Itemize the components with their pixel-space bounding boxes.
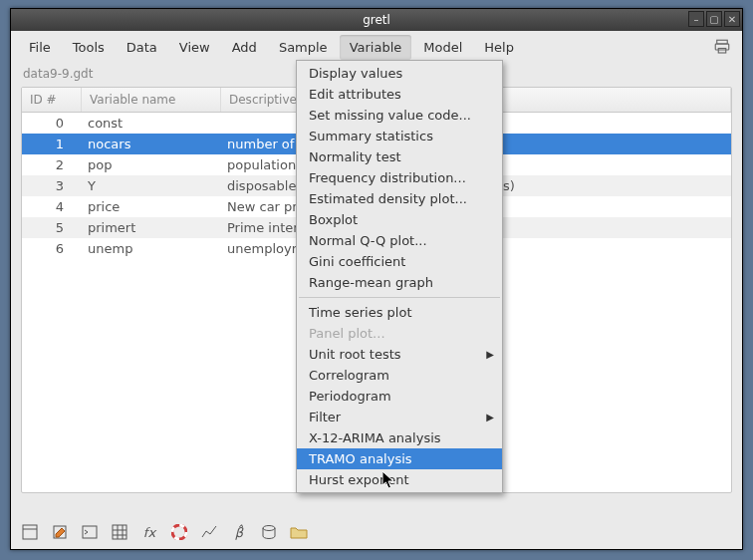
window-title: gretl bbox=[363, 13, 390, 27]
svg-rect-7 bbox=[113, 525, 126, 539]
col-name[interactable]: Variable name bbox=[82, 88, 221, 112]
cell-id: 3 bbox=[22, 178, 82, 193]
menubar: FileToolsDataViewAddSampleVariableModelH… bbox=[11, 31, 742, 63]
menu-item-edit-attributes[interactable]: Edit attributes bbox=[297, 84, 502, 105]
menu-item-range-mean-graph[interactable]: Range-mean graph bbox=[297, 272, 502, 293]
menu-sample[interactable]: Sample bbox=[269, 35, 338, 60]
menu-item-periodogram[interactable]: Periodogram bbox=[297, 386, 502, 407]
bottom-toolbar: fxβ̂ bbox=[21, 523, 308, 541]
terminal-icon[interactable] bbox=[81, 523, 99, 541]
menu-add[interactable]: Add bbox=[222, 35, 267, 60]
edit-icon[interactable] bbox=[51, 523, 69, 541]
menu-data[interactable]: Data bbox=[117, 35, 167, 60]
titlebar: gretl – ▢ ✕ bbox=[11, 9, 742, 31]
chart-icon[interactable] bbox=[200, 523, 218, 541]
cell-name: primert bbox=[82, 220, 221, 235]
cell-id: 4 bbox=[22, 199, 82, 214]
svg-point-14 bbox=[263, 526, 275, 531]
cell-name: price bbox=[82, 199, 221, 214]
fx-icon[interactable]: fx bbox=[140, 523, 158, 541]
menu-item-estimated-density-plot[interactable]: Estimated density plot... bbox=[297, 188, 502, 209]
minimize-button[interactable]: – bbox=[688, 11, 704, 27]
calculator-icon[interactable] bbox=[21, 523, 39, 541]
folder-icon[interactable] bbox=[290, 523, 308, 541]
menu-item-filter[interactable]: Filter▶ bbox=[297, 407, 502, 427]
cell-name: unemp bbox=[82, 241, 221, 256]
menu-item-normal-q-q-plot[interactable]: Normal Q-Q plot... bbox=[297, 230, 502, 251]
menu-item-summary-statistics[interactable]: Summary statistics bbox=[297, 126, 502, 146]
menu-item-panel-plot: Panel plot... bbox=[297, 323, 502, 344]
menu-item-gini-coefficient[interactable]: Gini coefficient bbox=[297, 251, 502, 272]
menu-item-time-series-plot[interactable]: Time series plot bbox=[297, 302, 502, 323]
cell-id: 0 bbox=[22, 116, 82, 131]
menu-model[interactable]: Model bbox=[413, 35, 472, 60]
lifebuoy-icon[interactable] bbox=[170, 523, 188, 541]
menu-item-boxplot[interactable]: Boxplot bbox=[297, 209, 502, 230]
menu-item-hurst-exponent[interactable]: Hurst exponent bbox=[297, 469, 502, 490]
menu-tools[interactable]: Tools bbox=[63, 35, 115, 60]
col-id[interactable]: ID # bbox=[22, 88, 82, 112]
menu-file[interactable]: File bbox=[19, 35, 61, 60]
cell-name: Y bbox=[82, 178, 221, 193]
cell-id: 6 bbox=[22, 241, 82, 256]
menu-help[interactable]: Help bbox=[474, 35, 524, 60]
submenu-arrow-icon: ▶ bbox=[486, 412, 494, 422]
svg-rect-1 bbox=[715, 44, 729, 50]
svg-rect-3 bbox=[23, 525, 37, 539]
menu-item-tramo-analysis[interactable]: TRAMO analysis bbox=[297, 448, 502, 469]
cell-name: pop bbox=[82, 157, 221, 172]
grid-icon[interactable] bbox=[111, 523, 128, 541]
cell-name: const bbox=[82, 116, 221, 131]
menu-item-normality-test[interactable]: Normality test bbox=[297, 146, 502, 167]
cell-id: 5 bbox=[22, 220, 82, 235]
close-button[interactable]: ✕ bbox=[724, 11, 740, 27]
menu-item-display-values[interactable]: Display values bbox=[297, 63, 502, 84]
cell-id: 1 bbox=[22, 137, 82, 151]
svg-point-12 bbox=[172, 525, 186, 539]
menu-item-frequency-distribution[interactable]: Frequency distribution... bbox=[297, 167, 502, 188]
cell-id: 2 bbox=[22, 157, 82, 172]
beta-icon[interactable]: β̂ bbox=[230, 523, 248, 541]
database-icon[interactable] bbox=[260, 523, 278, 541]
submenu-arrow-icon: ▶ bbox=[486, 349, 494, 360]
variable-menu-dropdown: Display valuesEdit attributesSet missing… bbox=[296, 60, 503, 493]
menu-item-x-12-arima-analysis[interactable]: X-12-ARIMA analysis bbox=[297, 427, 502, 448]
menu-variable[interactable]: Variable bbox=[340, 35, 412, 60]
print-icon[interactable] bbox=[712, 38, 734, 56]
svg-rect-2 bbox=[718, 49, 726, 54]
svg-rect-6 bbox=[83, 526, 97, 538]
cell-name: nocars bbox=[82, 137, 221, 151]
menu-item-unit-root-tests[interactable]: Unit root tests▶ bbox=[297, 344, 502, 365]
menu-item-correlogram[interactable]: Correlogram bbox=[297, 365, 502, 386]
maximize-button[interactable]: ▢ bbox=[706, 11, 722, 27]
menu-item-set-missing-value-code[interactable]: Set missing value code... bbox=[297, 105, 502, 126]
menu-view[interactable]: View bbox=[169, 35, 220, 60]
